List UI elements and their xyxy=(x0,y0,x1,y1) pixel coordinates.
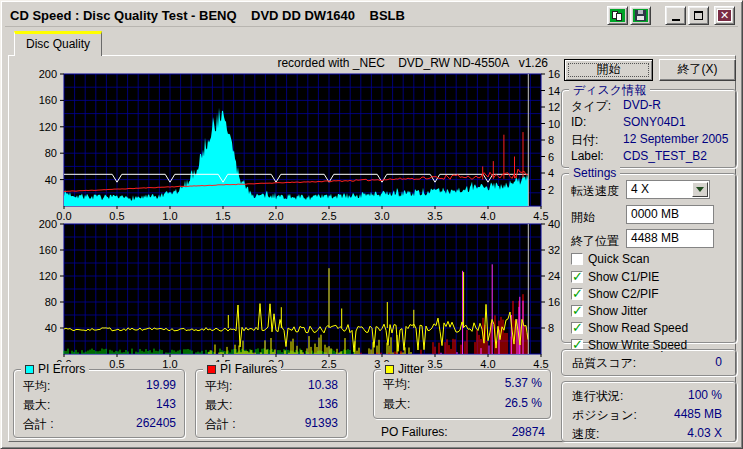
start-button[interactable]: 開始 xyxy=(564,59,653,81)
checkbox-show-read-speed[interactable]: Show Read Speed xyxy=(571,320,688,335)
disc-date-value: 12 September 2005 xyxy=(623,132,728,146)
chevron-down-icon xyxy=(696,187,704,192)
minimize-button[interactable] xyxy=(665,6,686,25)
checkbox-icon[interactable] xyxy=(571,271,583,283)
jitter-max-label: 最大: xyxy=(383,396,410,413)
po-failures-line: PO Failures: 29874 xyxy=(381,425,547,441)
checkbox-quick-scan[interactable]: Quick Scan xyxy=(571,251,649,266)
quality-score-value: 0 xyxy=(715,355,722,369)
pi-errors-total-value: 262405 xyxy=(136,416,176,430)
speed-readout-label: 速度: xyxy=(572,426,599,443)
settings-title: Settings xyxy=(569,166,620,180)
scan-end-value: 4488 MB xyxy=(631,231,679,245)
checkbox-icon[interactable] xyxy=(571,253,583,265)
titlebar-buttons: ✕ xyxy=(605,6,735,25)
jitter-avg-value: 5.37 % xyxy=(505,376,542,390)
pi-errors-legend: PI Errors xyxy=(38,362,85,376)
show-read-speed-label: Show Read Speed xyxy=(588,321,688,335)
disc-id-value: SONY04D1 xyxy=(623,115,686,129)
svg-text:40: 40 xyxy=(45,174,57,186)
checkbox-show-jitter[interactable]: Show Jitter xyxy=(571,303,647,318)
pi-errors-max-label: 最大: xyxy=(23,397,50,414)
svg-text:2: 2 xyxy=(548,184,554,196)
speed-label: 転送速度 xyxy=(571,183,619,200)
speed-readout-value: 4.03 X xyxy=(687,426,722,440)
save-icon xyxy=(633,9,648,22)
focus-rect xyxy=(568,63,649,77)
speed-combo-arrow-button[interactable] xyxy=(692,182,708,197)
copy-button[interactable] xyxy=(607,6,628,25)
progress-box: 進行状況:100 % ポジション:4485 MB 速度:4.03 X xyxy=(561,381,737,442)
cd-speed-window: CD Speed : Disc Quality Test - BENQ DVD … xyxy=(0,0,743,449)
exit-button[interactable]: 終了(X) xyxy=(659,59,736,81)
svg-text:8: 8 xyxy=(548,134,554,146)
checkbox-icon[interactable] xyxy=(571,305,583,317)
pi-failures-total-value: 91393 xyxy=(305,416,338,430)
disc-type-value: DVD-R xyxy=(623,98,661,112)
scan-start-field[interactable]: 0000 MB xyxy=(626,205,714,224)
svg-text:120: 120 xyxy=(39,121,57,133)
pif-chart: 20016012080404032241680.00.51.01.52.02.5… xyxy=(11,220,571,370)
disc-label-label: Label: xyxy=(571,149,604,163)
jitter-swatch xyxy=(385,365,394,374)
svg-text:12: 12 xyxy=(548,101,560,113)
svg-text:160: 160 xyxy=(39,94,57,106)
maximize-icon xyxy=(694,11,703,20)
pie-chart: 20016012080401614121086420.00.51.01.52.0… xyxy=(11,70,571,222)
pi-failures-box: PI Failures 平均:10.38 最大:136 合計 :91393 xyxy=(195,369,347,438)
scan-end-field[interactable]: 4488 MB xyxy=(626,229,714,248)
position-value: 4485 MB xyxy=(674,407,722,421)
jitter-max-value: 26.5 % xyxy=(505,396,542,410)
scan-end-label: 終了位置 xyxy=(571,233,619,250)
po-failures-value: 29874 xyxy=(512,425,545,439)
svg-text:4: 4 xyxy=(548,167,554,179)
progress-value: 100 % xyxy=(688,388,722,402)
titlebar[interactable]: CD Speed : Disc Quality Test - BENQ DVD … xyxy=(5,4,738,27)
quality-score-label: 品質スコア: xyxy=(572,355,636,372)
settings-box: Settings 転送速度 4 X 開始 0000 MB 終了位置 4488 M… xyxy=(561,173,737,343)
save-button[interactable] xyxy=(630,6,651,25)
jitter-box: Jitter 平均:5.37 % 最大:26.5 % xyxy=(373,369,551,419)
svg-text:120: 120 xyxy=(39,270,57,282)
tab-disc-quality[interactable]: Disc Quality xyxy=(14,31,102,56)
pi-errors-max-value: 143 xyxy=(156,397,176,411)
quality-score-box: 品質スコア:0 xyxy=(561,349,737,376)
checkbox-icon[interactable] xyxy=(571,288,583,300)
svg-text:32: 32 xyxy=(548,244,560,256)
checkbox-show-c1-pie[interactable]: Show C1/PIE xyxy=(571,269,659,284)
svg-text:40: 40 xyxy=(45,322,57,334)
svg-text:24: 24 xyxy=(548,270,560,282)
pi-errors-box: PI Errors 平均:19.99 最大:143 合計 :262405 xyxy=(13,369,185,438)
svg-text:80: 80 xyxy=(45,296,57,308)
show-c1-pie-label: Show C1/PIE xyxy=(588,270,659,284)
minimize-icon xyxy=(672,19,680,21)
svg-text:10: 10 xyxy=(548,118,560,130)
svg-text:200: 200 xyxy=(39,220,57,230)
svg-text:16: 16 xyxy=(548,296,560,308)
svg-text:80: 80 xyxy=(45,147,57,159)
svg-text:14: 14 xyxy=(548,85,560,97)
pi-failures-swatch xyxy=(207,365,216,374)
svg-text:8: 8 xyxy=(548,322,554,334)
pi-failures-avg-label: 平均: xyxy=(205,378,232,395)
jitter-legend: Jitter xyxy=(398,362,424,376)
checkbox-show-c2-pif[interactable]: Show C2/PIF xyxy=(571,286,659,301)
svg-text:40: 40 xyxy=(548,220,560,230)
progress-label: 進行状況: xyxy=(572,388,623,405)
close-icon: ✕ xyxy=(717,9,732,22)
pi-errors-swatch xyxy=(25,365,34,374)
pi-errors-avg-label: 平均: xyxy=(23,378,50,395)
exit-button-label: 終了(X) xyxy=(678,62,718,76)
maximize-button[interactable] xyxy=(688,6,709,25)
disc-info-box: ディスク情報 タイプ:DVD-R ID:SONY04D1 日付:12 Septe… xyxy=(561,89,737,168)
recorded-with-label: recorded with _NEC DVD_RW ND-4550A v1.26 xyxy=(96,56,548,70)
close-button[interactable]: ✕ xyxy=(714,6,735,25)
show-c2-pif-label: Show C2/PIF xyxy=(588,287,659,301)
pi-failures-max-label: 最大: xyxy=(205,397,232,414)
speed-value: 4 X xyxy=(631,182,649,196)
speed-combobox[interactable]: 4 X xyxy=(626,180,710,199)
checkbox-icon[interactable] xyxy=(571,322,583,334)
disc-type-label: タイプ: xyxy=(571,98,611,115)
pi-errors-avg-value: 19.99 xyxy=(146,378,176,392)
disc-date-label: 日付: xyxy=(571,132,598,149)
